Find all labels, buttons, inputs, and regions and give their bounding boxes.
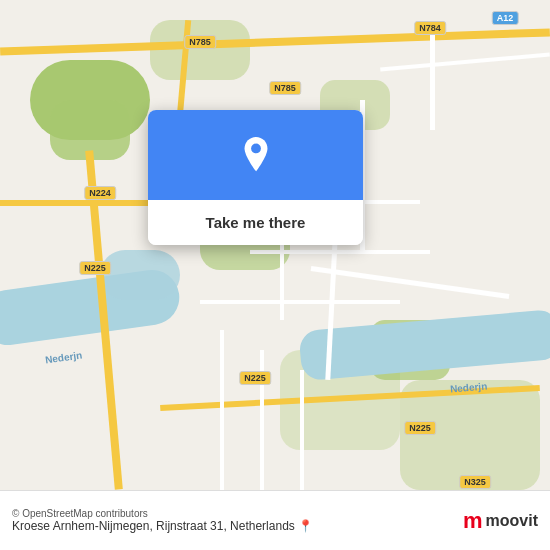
location-text: Kroese Arnhem-Nijmegen, Rijnstraat 31, N… [12, 519, 455, 533]
footer: © OpenStreetMap contributors Kroese Arnh… [0, 490, 550, 550]
take-me-there-button[interactable]: Take me there [148, 200, 363, 245]
road-badge-n785b: N785 [269, 81, 301, 95]
svg-point-0 [251, 144, 261, 154]
road-city5 [220, 330, 224, 490]
popup-header [148, 110, 363, 200]
moovit-brand-text: moovit [486, 512, 538, 530]
popup-card: Take me there [148, 110, 363, 245]
green-area-top [150, 20, 250, 80]
map-container: A12 N784 N785 N785 N224 N225 N225 N225 N… [0, 0, 550, 490]
pin-emoji: 📍 [298, 519, 313, 533]
road-topright2 [430, 30, 435, 130]
road-badge-n785a: N785 [184, 35, 216, 49]
copyright-text: © OpenStreetMap contributors [12, 508, 455, 519]
moovit-logo: m moovit [463, 508, 538, 534]
location-pin-icon [238, 137, 274, 173]
road-city4 [200, 300, 400, 304]
water-lake [100, 250, 180, 300]
road-badge-a12: A12 [492, 11, 519, 25]
road-badge-n225b: N225 [239, 371, 271, 385]
road-city7 [300, 370, 304, 490]
road-badge-n224: N224 [84, 186, 116, 200]
road-badge-n784: N784 [414, 21, 446, 35]
location-label: Kroese Arnhem-Nijmegen, Rijnstraat 31, N… [12, 519, 295, 533]
road-badge-n325: N325 [459, 475, 491, 489]
road-badge-n225c: N225 [404, 421, 436, 435]
road-badge-n225a: N225 [79, 261, 111, 275]
moovit-m-letter: m [463, 508, 482, 534]
road-city3 [250, 250, 430, 254]
